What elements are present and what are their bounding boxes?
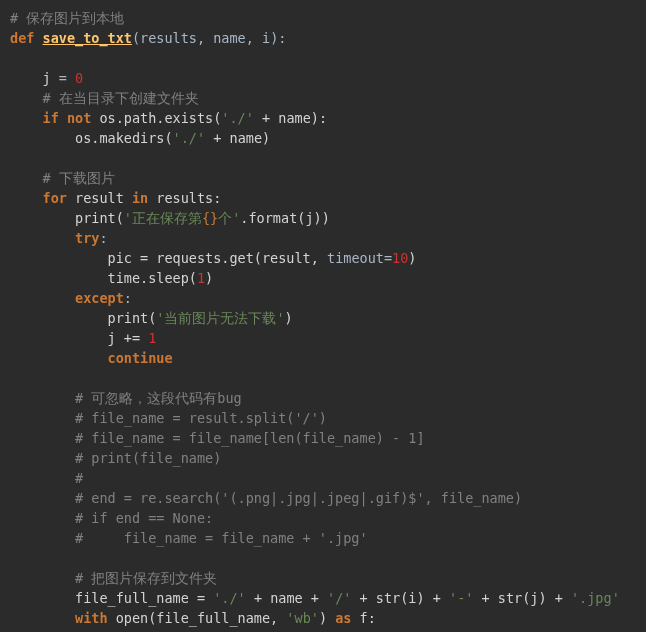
comment-line: # xyxy=(75,470,83,486)
string-quote: ' xyxy=(286,610,294,626)
identifier: j xyxy=(43,70,59,86)
comment-line: # file_name = file_name + '.jpg' xyxy=(75,530,368,546)
string: ./ xyxy=(229,110,245,126)
string-quote: ' xyxy=(276,310,284,326)
string-quote: ' xyxy=(571,590,579,606)
string-quote: ' xyxy=(246,110,254,126)
function-name: save_to_txt xyxy=(43,30,132,46)
code-text: pic = requests.get(result, xyxy=(108,250,327,266)
code-text: ) xyxy=(205,270,213,286)
string: 当前图片无法下载 xyxy=(164,310,276,326)
code-text: result xyxy=(67,190,132,206)
string-quote: ' xyxy=(449,590,457,606)
code-text: os.path.exists( xyxy=(91,110,221,126)
keyword-as: as xyxy=(335,610,351,626)
string-quote: ' xyxy=(173,130,181,146)
string-quote: ' xyxy=(327,590,335,606)
colon: : xyxy=(99,230,107,246)
comment-line: # 保存图片到本地 xyxy=(10,10,124,26)
keyword-except: except xyxy=(75,290,124,306)
code-text: time.sleep( xyxy=(108,270,197,286)
comment-line: # 把图片保存到文件夹 xyxy=(75,570,217,586)
code-text: + str(i) + xyxy=(351,590,449,606)
code-text: ) xyxy=(408,250,416,266)
comment-line: # file_name = result.split('/') xyxy=(75,410,327,426)
code-text: f: xyxy=(351,610,375,626)
code-block: # 保存图片到本地 def save_to_txt(results, name,… xyxy=(0,0,646,632)
comment-line: # file_name = file_name[len(file_name) -… xyxy=(75,430,425,446)
comment-line: # 可忽略，这段代码有bug xyxy=(75,390,242,406)
number: 1 xyxy=(148,330,156,346)
string-quote: ' xyxy=(311,610,319,626)
format-braces: {} xyxy=(202,210,218,226)
string: wb xyxy=(295,610,311,626)
keyword-with: with xyxy=(75,610,108,626)
comment-line: # 下载图片 xyxy=(43,170,115,186)
keyword-for: for xyxy=(43,190,67,206)
number: 0 xyxy=(75,70,83,86)
paren-open: ( xyxy=(132,30,140,46)
comment-line: # if end == None: xyxy=(75,510,213,526)
equals: = xyxy=(384,250,392,266)
comment-line: # print(file_name) xyxy=(75,450,221,466)
comment-line: # 在当目录下创建文件夹 xyxy=(43,90,199,106)
code-text: + name) xyxy=(205,130,270,146)
string-quote: ' xyxy=(197,130,205,146)
colon: : xyxy=(278,30,286,46)
keyword-try: try xyxy=(75,230,99,246)
code-text: + name + xyxy=(246,590,327,606)
kwarg-name: timeout xyxy=(327,250,384,266)
code-text: ) xyxy=(319,610,335,626)
code-text: os.makedirs( xyxy=(75,130,173,146)
string-quote: ' xyxy=(124,210,132,226)
string-quote: ' xyxy=(612,590,620,606)
code-text: .format(j)) xyxy=(240,210,329,226)
number: 1 xyxy=(197,270,205,286)
string-quote: ' xyxy=(238,590,246,606)
code-text: open(file_full_name, xyxy=(108,610,287,626)
comment-line: # end = re.search('(.png|.jpg|.jpeg|.gif… xyxy=(75,490,522,506)
code-text: print( xyxy=(75,210,124,226)
code-text: j += xyxy=(108,330,149,346)
string: ./ xyxy=(181,130,197,146)
string: ./ xyxy=(221,590,237,606)
parameters: results, name, i xyxy=(140,30,270,46)
code-text: + name): xyxy=(254,110,327,126)
code-text: file_full_name = xyxy=(75,590,213,606)
equals: = xyxy=(59,70,67,86)
number: 10 xyxy=(392,250,408,266)
string: .jpg xyxy=(579,590,612,606)
space xyxy=(67,70,75,86)
string: 个 xyxy=(218,210,232,226)
code-text: results: xyxy=(148,190,221,206)
code-text: ) xyxy=(285,310,293,326)
keyword-if-not: if not xyxy=(43,110,92,126)
keyword-in: in xyxy=(132,190,148,206)
keyword-def: def xyxy=(10,30,34,46)
code-text: print( xyxy=(108,310,157,326)
string: 正在保存第 xyxy=(132,210,202,226)
code-text: + str(j) + xyxy=(473,590,571,606)
keyword-continue: continue xyxy=(108,350,173,366)
colon: : xyxy=(124,290,132,306)
